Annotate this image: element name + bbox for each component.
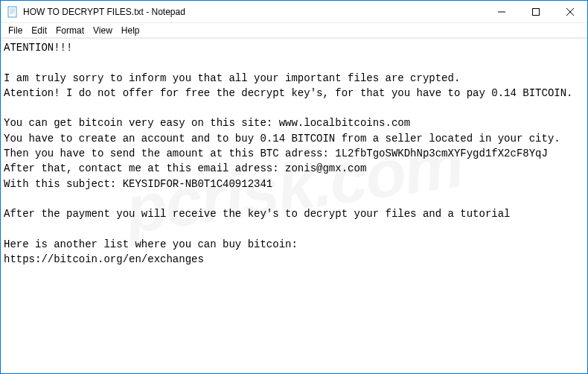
window-controls bbox=[485, 1, 587, 22]
minimize-button[interactable] bbox=[485, 1, 519, 22]
notepad-window: HOW TO DECRYPT FILES.txt - Notepad File … bbox=[0, 0, 588, 374]
svg-rect-6 bbox=[533, 8, 540, 15]
titlebar: HOW TO DECRYPT FILES.txt - Notepad bbox=[1, 1, 587, 23]
menu-edit[interactable]: Edit bbox=[27, 25, 51, 37]
window-title: HOW TO DECRYPT FILES.txt - Notepad bbox=[23, 7, 485, 17]
close-button[interactable] bbox=[553, 1, 587, 22]
menu-help[interactable]: Help bbox=[117, 25, 144, 37]
menubar: File Edit Format View Help bbox=[1, 23, 587, 38]
menu-format[interactable]: Format bbox=[51, 25, 89, 37]
menu-view[interactable]: View bbox=[89, 25, 117, 37]
menu-file[interactable]: File bbox=[4, 25, 27, 37]
maximize-button[interactable] bbox=[519, 1, 553, 22]
notepad-icon bbox=[7, 6, 19, 18]
text-content[interactable]: ATENTION!!! I am truly sorry to inform y… bbox=[1, 38, 587, 373]
